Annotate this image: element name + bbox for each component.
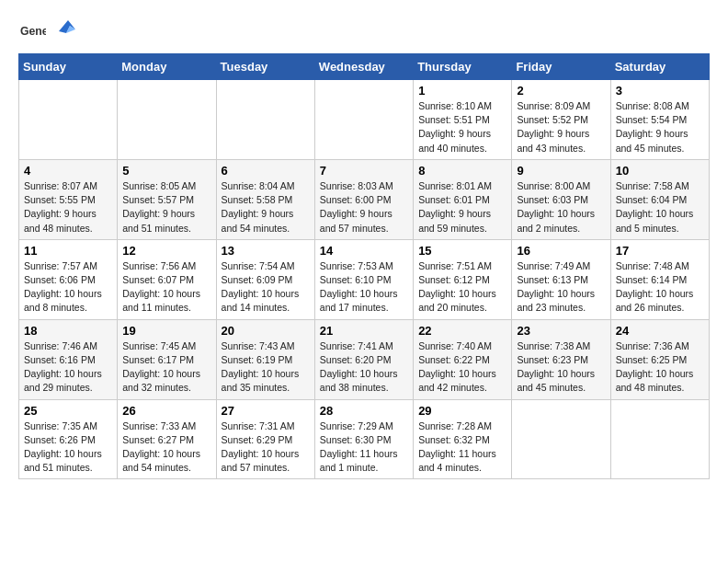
calendar-cell: 29Sunrise: 7:28 AMSunset: 6:32 PMDayligh… <box>414 399 512 479</box>
calendar-week-row: 4Sunrise: 8:07 AMSunset: 5:55 PMDaylight… <box>19 159 710 239</box>
calendar-cell: 14Sunrise: 7:53 AMSunset: 6:10 PMDayligh… <box>314 239 413 319</box>
day-info: Sunrise: 8:08 AMSunset: 5:54 PMDaylight:… <box>616 99 704 155</box>
day-info: Sunrise: 8:10 AMSunset: 5:51 PMDaylight:… <box>418 99 506 155</box>
calendar-cell: 10Sunrise: 7:58 AMSunset: 6:04 PMDayligh… <box>610 159 709 239</box>
day-number: 18 <box>24 324 112 338</box>
day-info: Sunrise: 7:49 AMSunset: 6:13 PMDaylight:… <box>517 259 605 316</box>
day-number: 12 <box>122 244 210 258</box>
calendar-cell <box>512 399 610 479</box>
calendar-cell <box>118 80 216 160</box>
day-info: Sunrise: 7:35 AMSunset: 6:26 PMDaylight:… <box>24 419 112 476</box>
day-number: 5 <box>122 164 210 178</box>
column-header-friday: Friday <box>512 54 610 80</box>
day-info: Sunrise: 8:05 AMSunset: 5:57 PMDaylight:… <box>122 179 210 236</box>
calendar-week-row: 1Sunrise: 8:10 AMSunset: 5:51 PMDaylight… <box>19 80 710 160</box>
column-header-tuesday: Tuesday <box>216 54 314 80</box>
day-number: 21 <box>320 324 408 338</box>
day-number: 6 <box>222 164 310 178</box>
day-info: Sunrise: 7:41 AMSunset: 6:20 PMDaylight:… <box>320 339 408 396</box>
calendar-week-row: 25Sunrise: 7:35 AMSunset: 6:26 PMDayligh… <box>19 399 710 479</box>
calendar-cell: 15Sunrise: 7:51 AMSunset: 6:12 PMDayligh… <box>414 239 512 319</box>
logo: General <box>18 18 77 44</box>
day-number: 23 <box>517 324 605 338</box>
calendar-cell: 22Sunrise: 7:40 AMSunset: 6:22 PMDayligh… <box>414 319 512 399</box>
day-info: Sunrise: 8:09 AMSunset: 5:52 PMDaylight:… <box>517 99 605 155</box>
day-number: 7 <box>320 164 408 178</box>
calendar-cell: 20Sunrise: 7:43 AMSunset: 6:19 PMDayligh… <box>216 319 314 399</box>
day-info: Sunrise: 7:54 AMSunset: 6:09 PMDaylight:… <box>222 259 310 316</box>
calendar-cell: 17Sunrise: 7:48 AMSunset: 6:14 PMDayligh… <box>610 239 709 319</box>
calendar-table: SundayMondayTuesdayWednesdayThursdayFrid… <box>18 53 710 479</box>
column-header-thursday: Thursday <box>414 54 512 80</box>
day-number: 2 <box>517 84 605 98</box>
calendar-cell <box>610 399 709 479</box>
svg-marker-1 <box>59 20 75 33</box>
day-number: 27 <box>222 404 310 418</box>
calendar-cell: 18Sunrise: 7:46 AMSunset: 6:16 PMDayligh… <box>19 319 118 399</box>
day-number: 20 <box>222 324 310 338</box>
calendar-cell: 3Sunrise: 8:08 AMSunset: 5:54 PMDaylight… <box>610 80 709 160</box>
day-number: 1 <box>418 84 506 98</box>
day-number: 28 <box>320 404 408 418</box>
calendar-cell: 26Sunrise: 7:33 AMSunset: 6:27 PMDayligh… <box>118 399 216 479</box>
calendar-week-row: 11Sunrise: 7:57 AMSunset: 6:06 PMDayligh… <box>19 239 710 319</box>
day-info: Sunrise: 8:03 AMSunset: 6:00 PMDaylight:… <box>320 179 408 236</box>
day-info: Sunrise: 8:00 AMSunset: 6:03 PMDaylight:… <box>517 179 605 236</box>
day-info: Sunrise: 7:33 AMSunset: 6:27 PMDaylight:… <box>122 419 210 476</box>
day-number: 11 <box>24 244 112 258</box>
day-info: Sunrise: 7:40 AMSunset: 6:22 PMDaylight:… <box>418 339 506 396</box>
column-header-saturday: Saturday <box>610 54 709 80</box>
day-info: Sunrise: 8:07 AMSunset: 5:55 PMDaylight:… <box>24 179 112 236</box>
column-header-monday: Monday <box>118 54 216 80</box>
day-number: 4 <box>24 164 112 178</box>
day-number: 19 <box>122 324 210 338</box>
calendar-cell: 6Sunrise: 8:04 AMSunset: 5:58 PMDaylight… <box>216 159 314 239</box>
calendar-cell: 23Sunrise: 7:38 AMSunset: 6:23 PMDayligh… <box>512 319 610 399</box>
calendar-cell <box>314 80 413 160</box>
calendar-cell: 8Sunrise: 8:01 AMSunset: 6:01 PMDaylight… <box>414 159 512 239</box>
day-info: Sunrise: 7:45 AMSunset: 6:17 PMDaylight:… <box>122 339 210 396</box>
day-number: 13 <box>222 244 310 258</box>
day-info: Sunrise: 7:57 AMSunset: 6:06 PMDaylight:… <box>24 259 112 316</box>
calendar-cell: 21Sunrise: 7:41 AMSunset: 6:20 PMDayligh… <box>314 319 413 399</box>
calendar-header-row: SundayMondayTuesdayWednesdayThursdayFrid… <box>19 54 710 80</box>
day-info: Sunrise: 7:29 AMSunset: 6:30 PMDaylight:… <box>320 419 408 476</box>
logo-icon: General <box>20 18 46 44</box>
day-number: 14 <box>320 244 408 258</box>
day-number: 24 <box>616 324 704 338</box>
day-number: 29 <box>418 404 506 418</box>
day-info: Sunrise: 7:28 AMSunset: 6:32 PMDaylight:… <box>418 419 506 476</box>
day-info: Sunrise: 7:46 AMSunset: 6:16 PMDaylight:… <box>24 339 112 396</box>
calendar-cell: 11Sunrise: 7:57 AMSunset: 6:06 PMDayligh… <box>19 239 118 319</box>
day-number: 8 <box>418 164 506 178</box>
day-number: 16 <box>517 244 605 258</box>
day-number: 3 <box>616 84 704 98</box>
svg-text:General: General <box>20 25 46 38</box>
calendar-cell: 5Sunrise: 8:05 AMSunset: 5:57 PMDaylight… <box>118 159 216 239</box>
calendar-cell: 13Sunrise: 7:54 AMSunset: 6:09 PMDayligh… <box>216 239 314 319</box>
column-header-wednesday: Wednesday <box>314 54 413 80</box>
day-info: Sunrise: 7:38 AMSunset: 6:23 PMDaylight:… <box>517 339 605 396</box>
day-number: 9 <box>517 164 605 178</box>
day-number: 10 <box>616 164 704 178</box>
calendar-cell: 28Sunrise: 7:29 AMSunset: 6:30 PMDayligh… <box>314 399 413 479</box>
calendar-cell: 27Sunrise: 7:31 AMSunset: 6:29 PMDayligh… <box>216 399 314 479</box>
calendar-cell: 9Sunrise: 8:00 AMSunset: 6:03 PMDaylight… <box>512 159 610 239</box>
day-number: 17 <box>616 244 704 258</box>
day-number: 25 <box>24 404 112 418</box>
calendar-cell: 1Sunrise: 8:10 AMSunset: 5:51 PMDaylight… <box>414 80 512 160</box>
calendar-cell: 7Sunrise: 8:03 AMSunset: 6:00 PMDaylight… <box>314 159 413 239</box>
day-info: Sunrise: 7:51 AMSunset: 6:12 PMDaylight:… <box>418 259 506 316</box>
calendar-cell: 24Sunrise: 7:36 AMSunset: 6:25 PMDayligh… <box>610 319 709 399</box>
day-number: 26 <box>122 404 210 418</box>
day-info: Sunrise: 8:01 AMSunset: 6:01 PMDaylight:… <box>418 179 506 236</box>
calendar-cell: 16Sunrise: 7:49 AMSunset: 6:13 PMDayligh… <box>512 239 610 319</box>
calendar-cell: 4Sunrise: 8:07 AMSunset: 5:55 PMDaylight… <box>19 159 118 239</box>
day-info: Sunrise: 7:36 AMSunset: 6:25 PMDaylight:… <box>616 339 704 396</box>
day-info: Sunrise: 7:53 AMSunset: 6:10 PMDaylight:… <box>320 259 408 316</box>
calendar-cell <box>19 80 118 160</box>
day-info: Sunrise: 7:48 AMSunset: 6:14 PMDaylight:… <box>616 259 704 316</box>
calendar-cell: 25Sunrise: 7:35 AMSunset: 6:26 PMDayligh… <box>19 399 118 479</box>
day-info: Sunrise: 8:04 AMSunset: 5:58 PMDaylight:… <box>222 179 310 236</box>
page-header: General <box>18 18 710 44</box>
